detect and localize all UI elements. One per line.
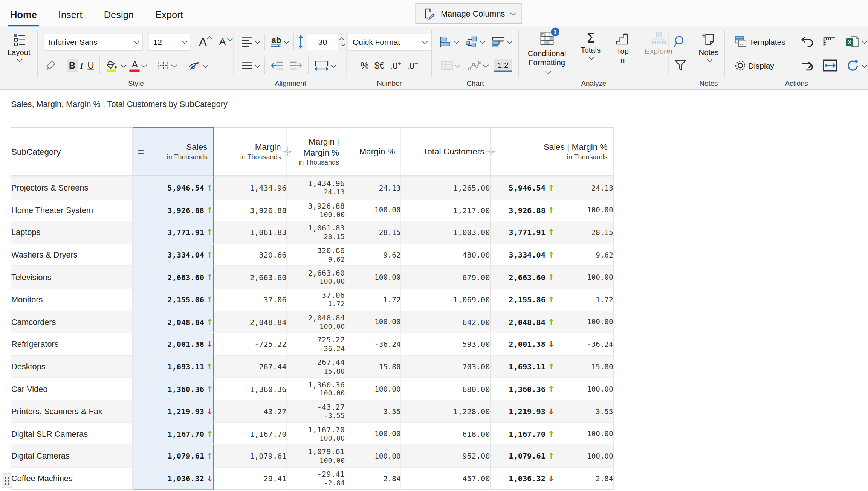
- decrease-indent-button[interactable]: [269, 60, 287, 71]
- refresh-button[interactable]: [844, 58, 868, 73]
- cell-subcategory[interactable]: Desktops: [11, 355, 133, 377]
- cell-sales-marginpct[interactable]: 2,663.60↑100.00: [491, 266, 614, 288]
- cell-sales[interactable]: 2,663.60↑: [133, 266, 214, 288]
- bold-button[interactable]: B: [67, 59, 78, 72]
- cell-sales[interactable]: 2,048.84↑: [133, 310, 214, 332]
- cell-total-customers[interactable]: 642.00: [401, 310, 491, 332]
- font-size-select[interactable]: 12: [148, 33, 191, 51]
- column-header-marginpct[interactable]: Margin %: [345, 127, 402, 177]
- cell-marginpct[interactable]: 100.00: [345, 266, 402, 288]
- vertical-align-button[interactable]: [238, 61, 261, 71]
- cell-total-customers[interactable]: 1,265.00: [401, 176, 491, 198]
- cell-marginpct[interactable]: 100.00: [345, 310, 402, 332]
- cell-margin-marginpct[interactable]: 1,360.36100.00: [287, 378, 345, 400]
- cell-subcategory[interactable]: Washers & Dryers: [11, 243, 133, 265]
- cell-sales[interactable]: 1,219.93↓: [133, 400, 214, 422]
- cell-total-customers[interactable]: 680.00: [401, 378, 491, 400]
- ruler-button[interactable]: [821, 35, 839, 49]
- font-family-select[interactable]: Inforiver Sans: [44, 33, 143, 51]
- cell-margin[interactable]: 3,926.88: [214, 198, 287, 221]
- cell-total-customers[interactable]: 593.00: [401, 333, 491, 355]
- cell-margin[interactable]: 2,663.60: [214, 266, 287, 288]
- cell-subcategory[interactable]: Digital SLR Cameras: [11, 422, 133, 444]
- fill-color-button[interactable]: [104, 58, 127, 73]
- cell-subcategory[interactable]: Printers, Scanners & Fax: [11, 400, 133, 422]
- display-button[interactable]: Display: [732, 58, 776, 73]
- bar-chart-button[interactable]: [437, 35, 460, 49]
- cell-margin-marginpct[interactable]: 1,167.70100.00: [287, 422, 345, 444]
- cell-subcategory[interactable]: Laptops: [11, 221, 133, 243]
- cell-sales[interactable]: 1,079.61↑: [133, 445, 214, 467]
- row-height-input[interactable]: 30: [307, 34, 339, 50]
- cell-margin-marginpct[interactable]: 37.061.72: [287, 288, 345, 310]
- drag-handle[interactable]: [2, 473, 13, 488]
- cell-sales[interactable]: 5,946.54↑: [133, 176, 214, 198]
- tab-home[interactable]: Home: [8, 5, 39, 27]
- cell-subcategory[interactable]: Coffee Machines: [11, 467, 133, 490]
- cell-margin-marginpct[interactable]: -725.22-36.24: [287, 333, 345, 355]
- cell-margin[interactable]: 1,079.61: [214, 445, 287, 467]
- cell-margin[interactable]: -725.22: [214, 333, 287, 355]
- manage-columns-button[interactable]: Manage Columns: [416, 3, 522, 24]
- cell-margin[interactable]: 37.06: [214, 288, 287, 310]
- horizontal-align-button[interactable]: [238, 36, 261, 48]
- undo-button[interactable]: [798, 35, 816, 49]
- cell-margin-marginpct[interactable]: 3,926.88100.00: [287, 198, 345, 221]
- sparkline-button[interactable]: [466, 59, 489, 72]
- cell-margin-marginpct[interactable]: 267.4415.80: [287, 355, 345, 377]
- wrap-text-button[interactable]: ab: [269, 34, 290, 50]
- cell-total-customers[interactable]: 480.00: [401, 243, 491, 265]
- shrink-font-button[interactable]: A: [217, 35, 234, 49]
- cell-sales-marginpct[interactable]: 2,001.38↓-36.24: [491, 333, 614, 355]
- excel-export-button[interactable]: X: [843, 34, 868, 50]
- cell-sales[interactable]: 1,167.70↑: [133, 422, 214, 444]
- cell-sales[interactable]: 3,334.04↑: [133, 243, 214, 265]
- column-header-margin-marginpct[interactable]: Margin | Margin % in Thousands: [287, 127, 345, 177]
- cell-margin[interactable]: -43.27: [214, 400, 287, 422]
- tab-insert[interactable]: Insert: [56, 5, 85, 27]
- cell-total-customers[interactable]: 1,069.00: [401, 288, 491, 310]
- cell-total-customers[interactable]: 618.00: [401, 422, 491, 444]
- column-menu-icon[interactable]: ≡: [138, 146, 145, 157]
- table-view-button[interactable]: [439, 60, 461, 71]
- cell-sales[interactable]: 1,036.32↓: [133, 467, 214, 490]
- cell-margin-marginpct[interactable]: 1,061.8328.15: [287, 221, 345, 243]
- cell-margin-marginpct[interactable]: 1,434.9624.13: [287, 176, 345, 198]
- cell-marginpct[interactable]: -36.24: [345, 333, 402, 355]
- conditional-formatting-button[interactable]: 1 Conditional Formatting: [524, 31, 569, 77]
- tab-export[interactable]: Export: [153, 5, 185, 27]
- column-width-button[interactable]: [312, 59, 337, 72]
- cell-total-customers[interactable]: 1,217.00: [401, 198, 491, 221]
- templates-button[interactable]: Templates: [732, 35, 788, 49]
- cell-margin-marginpct[interactable]: 1,079.61100.00: [287, 445, 345, 467]
- column-header-subcategory[interactable]: SubCategory: [11, 127, 133, 177]
- decimal-format-button[interactable]: 1.2: [494, 59, 512, 72]
- cell-marginpct[interactable]: 15.80: [345, 355, 402, 377]
- cell-sales[interactable]: 3,771.91↑: [133, 221, 214, 243]
- cell-total-customers[interactable]: 1,228.00: [401, 400, 491, 422]
- cell-marginpct[interactable]: 28.15: [345, 221, 402, 243]
- cell-sales-marginpct[interactable]: 2,048.84↑100.00: [491, 310, 614, 332]
- search-icon[interactable]: [674, 35, 687, 49]
- cell-margin[interactable]: 1,360.36: [214, 378, 287, 400]
- cell-margin[interactable]: -29.41: [214, 467, 287, 490]
- cell-sales-marginpct[interactable]: 2,155.86↑1.72: [491, 288, 614, 310]
- cell-sales[interactable]: 1,360.36↑: [133, 378, 214, 400]
- cell-total-customers[interactable]: 679.00: [401, 266, 491, 288]
- column-header-sales[interactable]: ≡ Sales in Thousands: [133, 127, 214, 177]
- cell-sales-marginpct[interactable]: 3,334.04↑9.62: [491, 243, 614, 265]
- cell-total-customers[interactable]: 1,003.00: [401, 221, 491, 243]
- totals-button[interactable]: Σ Totals: [577, 31, 604, 77]
- cell-marginpct[interactable]: 9.62: [345, 243, 402, 265]
- cell-subcategory[interactable]: Home Theater System: [11, 198, 133, 221]
- top-n-button[interactable]: Top n: [612, 31, 633, 77]
- column-header-sales-marginpct[interactable]: Sales | Margin % in Thousands: [491, 127, 614, 177]
- cell-sales[interactable]: 2,001.38↓: [133, 333, 214, 355]
- strikethrough-button[interactable]: [186, 58, 209, 73]
- cell-margin-marginpct[interactable]: 320.669.62: [287, 243, 345, 265]
- cell-margin[interactable]: 1,434.96: [214, 176, 287, 198]
- italic-button[interactable]: I: [78, 59, 85, 72]
- cell-total-customers[interactable]: 703.00: [401, 355, 491, 377]
- borders-button[interactable]: [155, 58, 178, 73]
- increase-indent-button[interactable]: [287, 60, 305, 71]
